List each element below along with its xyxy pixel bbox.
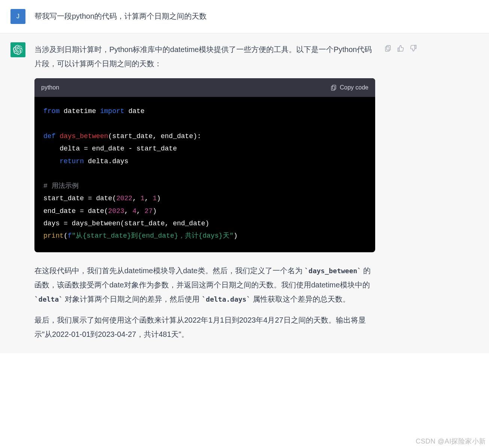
user-text: 帮我写一段python的代码，计算两个日期之间的天数 <box>34 9 375 24</box>
code-language-label: python <box>41 82 59 93</box>
openai-logo-icon <box>13 45 23 55</box>
explain-paragraph-2: 最后，我们展示了如何使用这个函数来计算从2022年1月1日到2023年4月27日… <box>34 313 375 341</box>
thumbs-down-button[interactable] <box>410 45 417 52</box>
user-avatar-letter: J <box>16 13 19 20</box>
explain-paragraph-1: 在这段代码中，我们首先从datetime模块导入date类。然后，我们定义了一个… <box>34 263 375 306</box>
svg-rect-0 <box>332 85 336 89</box>
clipboard-icon <box>330 84 337 91</box>
svg-rect-1 <box>331 86 335 90</box>
thumbs-down-icon <box>410 45 417 52</box>
thumbs-up-icon <box>397 45 404 52</box>
assistant-content: 当涉及到日期计算时，Python标准库中的datetime模块提供了一些方便的工… <box>34 42 375 344</box>
svg-rect-2 <box>387 46 391 51</box>
user-avatar: J <box>10 9 25 24</box>
svg-rect-3 <box>385 47 389 51</box>
copy-response-button[interactable] <box>384 45 392 52</box>
assistant-intro: 当涉及到日期计算时，Python标准库中的datetime模块提供了一些方便的工… <box>34 42 375 71</box>
assistant-avatar <box>10 42 25 57</box>
assistant-actions <box>384 42 417 344</box>
inline-code-delta-days: `delta.days` <box>202 295 250 303</box>
inline-code-days-between: `days_between` <box>304 267 361 275</box>
inline-code-delta: `delta` <box>34 295 63 303</box>
clipboard-icon <box>384 45 392 52</box>
user-message: J 帮我写一段python的代码，计算两个日期之间的天数 <box>0 0 489 33</box>
thumbs-up-button[interactable] <box>397 45 404 52</box>
assistant-message: 当涉及到日期计算时，Python标准库中的datetime模块提供了一些方便的工… <box>0 33 489 353</box>
copy-code-label: Copy code <box>340 82 369 93</box>
copy-code-button[interactable]: Copy code <box>330 82 369 93</box>
code-header: python Copy code <box>34 78 375 97</box>
code-content[interactable]: from datetime import date def days_betwe… <box>34 97 375 252</box>
code-block: python Copy code from datetime import da… <box>34 78 375 252</box>
